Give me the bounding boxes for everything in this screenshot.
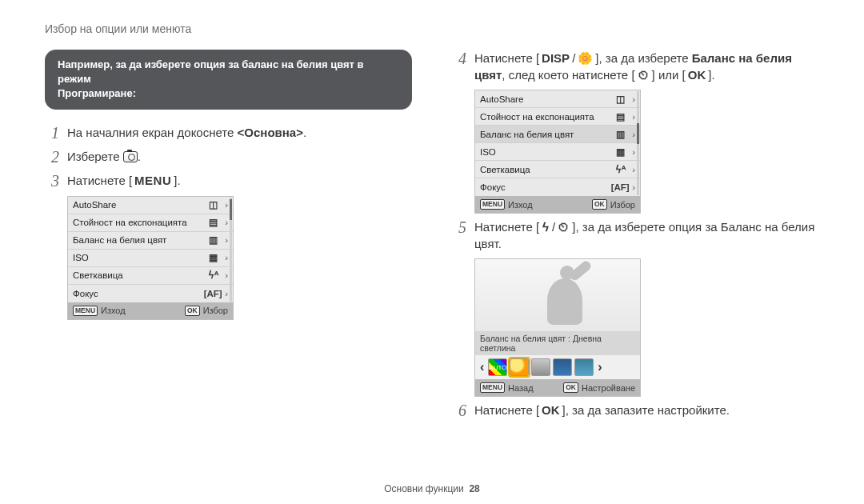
chevron-right-icon: ›: [632, 112, 635, 122]
wb-chip[interactable]: [510, 358, 529, 376]
chevron-right-icon: ›: [632, 94, 635, 104]
wb-footer-right: Настройване: [582, 383, 635, 393]
menu-row[interactable]: AutoShare◫›: [68, 197, 233, 214]
step-4: 4 Натиснете [DISP/🌼], за да изберете Бал…: [452, 50, 819, 83]
chevron-right-icon: ›: [225, 218, 228, 227]
wb-chip[interactable]: [531, 358, 550, 376]
menu-row-value-icon: ◫: [610, 94, 630, 105]
pill-line2: Програмиране:: [58, 87, 136, 99]
menu-row[interactable]: Фокус[AF]›: [68, 285, 233, 302]
step-5: 5 Натиснете [ϟ/⏲], за да изберете опция …: [452, 218, 819, 252]
pill-line1: Например, за да изберете опция за баланс…: [58, 58, 364, 85]
step5-pre: Натиснете [: [474, 220, 539, 234]
footer-section: Основни функции: [384, 483, 464, 494]
page-header: Избор на опции или менюта: [45, 22, 819, 35]
wb-preview-panel: Баланс на белия цвят : Дневна светлина ‹…: [474, 258, 641, 397]
right-menu-panel: AutoShare◫›Стойност на експонацията▤›Бал…: [474, 90, 641, 214]
menu-footer: MENUИзход OKИзбор: [68, 302, 233, 319]
menu-key-icon: MENU: [480, 382, 505, 393]
menu-row-label: AutoShare: [480, 94, 610, 104]
wb-chip-strip: ‹ AUTO ›: [475, 355, 640, 379]
menu-row-label: Стойност на експонацията: [480, 112, 610, 122]
step-1: 1 На началния екран докоснете <Основна>.: [45, 124, 412, 142]
ok-key-icon: OK: [185, 306, 200, 316]
chevron-right-icon: ›: [225, 289, 228, 298]
ok-key-icon: OK: [592, 199, 607, 210]
menu-row-value-icon: ▥: [610, 129, 630, 140]
menu-row-label: Фокус: [73, 289, 203, 298]
step1-post: .: [303, 126, 306, 139]
step4-pre: Натиснете [: [474, 51, 539, 65]
scrollbar[interactable]: [230, 198, 232, 302]
step-number: 4: [452, 50, 466, 67]
footer-page: 28: [469, 483, 479, 494]
menu-row[interactable]: ISO▦›: [475, 143, 640, 161]
menu-row-label: ISO: [73, 253, 203, 262]
header-title: Избор на опции или менюта: [45, 22, 191, 35]
step-3: 3 Натиснете [MENU].: [45, 172, 412, 190]
step6-pre: Натиснете [: [474, 403, 539, 417]
silhouette-icon: [523, 266, 587, 328]
menu-row-label: Баланс на белия цвят: [73, 235, 203, 245]
menu-row[interactable]: Стойност на експонацията▤›: [68, 214, 233, 232]
step1-bold: <Основна>: [238, 126, 303, 139]
wb-chip[interactable]: [553, 358, 572, 376]
wb-footer-left: Назад: [508, 383, 534, 393]
next-arrow-icon[interactable]: ›: [596, 360, 603, 374]
menu-row-value-icon: ▥: [203, 234, 222, 246]
menu-row-label: Фокус: [480, 182, 610, 192]
left-column: Например, за да изберете опция за баланс…: [45, 50, 412, 426]
wb-chip[interactable]: [574, 358, 594, 376]
menu-footer-right: Избор: [203, 306, 228, 315]
page-footer: Основни функции 28: [0, 483, 864, 494]
wb-preview: [475, 259, 640, 331]
menu-row-value-icon: [AF]: [203, 289, 222, 298]
step4-mid3: ] или [: [652, 68, 686, 82]
menu-row[interactable]: Светкавицаϟᴬ›: [68, 267, 233, 285]
menu-row[interactable]: Светкавицаϟᴬ›: [475, 161, 640, 178]
menu-row[interactable]: Баланс на белия цвят▥›: [475, 126, 640, 143]
macro-key-icon: 🌼: [575, 50, 595, 66]
chevron-right-icon: ›: [225, 270, 228, 280]
step-number: 5: [452, 218, 466, 236]
step-number: 3: [45, 172, 59, 190]
menu-row[interactable]: Фокус[AF]›: [475, 178, 640, 196]
menu-row[interactable]: Стойност на експонацията▤›: [475, 108, 640, 126]
prev-arrow-icon[interactable]: ‹: [478, 360, 486, 374]
ok-key-icon: OK: [686, 66, 709, 83]
step2-text: Изберете: [67, 150, 123, 163]
chevron-right-icon: ›: [632, 147, 635, 157]
menu-row[interactable]: Баланс на белия цвят▥›: [68, 232, 233, 250]
menu-row[interactable]: ISO▦›: [68, 250, 233, 267]
menu-row-label: Стойност на експонацията: [73, 218, 203, 227]
chevron-right-icon: ›: [225, 235, 228, 245]
step3-pre: Натиснете [: [67, 174, 132, 187]
menu-key-icon: MENU: [480, 199, 505, 210]
step4-post: ].: [708, 68, 714, 82]
chevron-right-icon: ›: [632, 182, 635, 192]
chevron-right-icon: ›: [632, 130, 635, 139]
ok-key-icon: OK: [539, 402, 562, 418]
menu-row-label: AutoShare: [73, 200, 203, 210]
menu-key-icon: MENU: [132, 172, 174, 189]
menu-row-label: Светкавица: [73, 270, 203, 280]
example-pill: Например, за да изберете опция за баланс…: [45, 50, 412, 110]
wb-chip[interactable]: AUTO: [488, 358, 507, 376]
menu-row[interactable]: AutoShare◫›: [475, 90, 640, 108]
menu-row-label: ISO: [480, 147, 610, 157]
step4-mid: ], за да изберете: [595, 51, 691, 65]
flash-key-icon: ϟ: [539, 218, 552, 235]
step-2: 2 Изберете .: [45, 148, 412, 166]
ok-key-icon: OK: [563, 382, 578, 393]
menu-footer-right: Избор: [610, 200, 635, 210]
menu-row-value-icon: ϟᴬ: [610, 164, 630, 175]
timer-key-icon: ⏲: [555, 218, 572, 235]
menu-row-value-icon: ▦: [203, 252, 222, 263]
step3-post: ].: [174, 174, 180, 187]
menu-row-label: Светкавица: [480, 165, 610, 174]
menu-row-label: Баланс на белия цвят: [480, 130, 610, 139]
wb-current-label: Баланс на белия цвят : Дневна светлина: [475, 331, 640, 355]
step-number: 6: [452, 402, 466, 419]
scrollbar[interactable]: [637, 91, 639, 195]
step6-post: ], за да запазите настройките.: [562, 403, 730, 417]
